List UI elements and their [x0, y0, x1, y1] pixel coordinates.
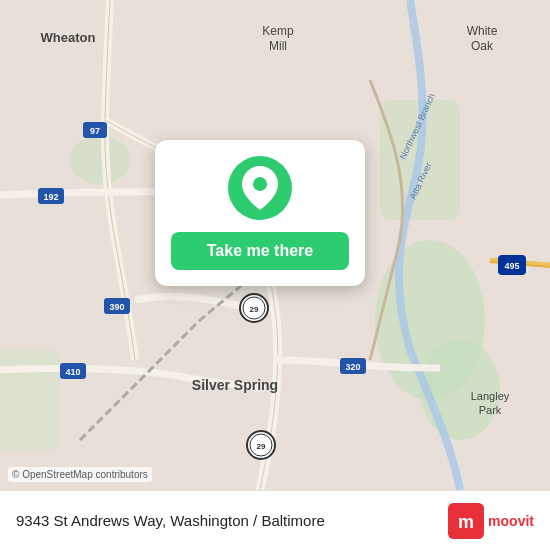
map-pin-icon [242, 166, 278, 210]
svg-text:320: 320 [345, 362, 360, 372]
svg-text:Wheaton: Wheaton [41, 30, 96, 45]
svg-text:Langley: Langley [471, 390, 510, 402]
svg-text:192: 192 [43, 192, 58, 202]
map-area: 97 97 192 390 410 320 29 29 495 Wheaton … [0, 0, 550, 490]
svg-text:Silver Spring: Silver Spring [192, 377, 278, 393]
svg-text:495: 495 [504, 261, 519, 271]
svg-rect-5 [0, 350, 60, 450]
pin-circle [228, 156, 292, 220]
svg-text:Oak: Oak [471, 39, 494, 53]
take-me-there-button[interactable]: Take me there [171, 232, 349, 270]
address-text: 9343 St Andrews Way, Washington / Baltim… [16, 512, 448, 529]
svg-text:29: 29 [250, 305, 259, 314]
moovit-text: moovit [488, 513, 534, 529]
svg-text:Park: Park [479, 404, 502, 416]
svg-text:m: m [458, 512, 474, 532]
svg-text:390: 390 [109, 302, 124, 312]
svg-point-36 [253, 177, 267, 191]
svg-text:29: 29 [257, 442, 266, 451]
svg-text:Kemp: Kemp [262, 24, 294, 38]
copyright-text: © OpenStreetMap contributors [8, 467, 152, 482]
location-card: Take me there [155, 140, 365, 286]
svg-text:Mill: Mill [269, 39, 287, 53]
svg-text:97: 97 [90, 126, 100, 136]
bottom-bar: 9343 St Andrews Way, Washington / Baltim… [0, 490, 550, 550]
svg-text:410: 410 [65, 367, 80, 377]
moovit-logo: m moovit [448, 503, 534, 539]
moovit-icon: m [448, 503, 484, 539]
svg-text:White: White [467, 24, 498, 38]
svg-point-4 [70, 135, 130, 185]
